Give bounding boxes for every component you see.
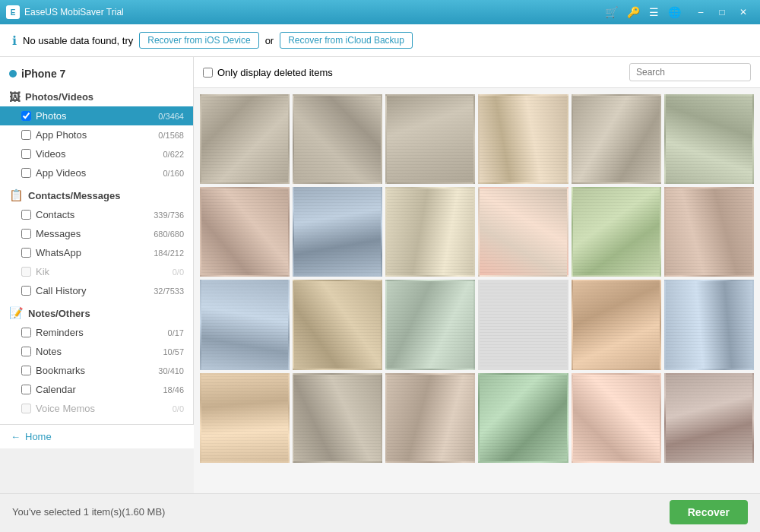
section-contacts-messages: 📋 Contacts/Messages [0, 182, 193, 205]
messages-count: 680/680 [154, 230, 184, 239]
sidebar-item-photos[interactable]: Photos 0/3464 [0, 106, 193, 125]
photo-thumb[interactable] [572, 373, 661, 463]
photo-thumb[interactable] [478, 94, 568, 184]
sidebar-item-whatsapp[interactable]: WhatsApp 184/212 [0, 243, 193, 262]
calendar-checkbox[interactable] [21, 385, 31, 394]
home-link[interactable]: ← Home [0, 424, 194, 448]
photo-thumb[interactable] [293, 94, 382, 184]
notes-label: Notes [36, 346, 158, 357]
bookmarks-label: Bookmarks [36, 365, 154, 376]
app-videos-count: 0/160 [163, 169, 184, 178]
reminders-count: 0/17 [168, 328, 184, 337]
photo-thumb[interactable] [664, 373, 754, 463]
deleted-items-checkbox[interactable] [203, 68, 213, 78]
close-button[interactable]: ✕ [733, 4, 754, 21]
photo-thumb[interactable] [200, 94, 290, 184]
minimize-button[interactable]: – [690, 4, 711, 21]
whatsapp-label: WhatsApp [36, 247, 149, 258]
photo-thumb[interactable] [478, 280, 568, 369]
sidebar-item-app-videos[interactable]: App Videos 0/160 [0, 163, 193, 182]
content-area: Only display deleted items [194, 57, 760, 493]
notes-section-label: Notes/Others [28, 308, 90, 319]
app-photos-checkbox[interactable] [21, 130, 31, 140]
section-notes-others: 📝 Notes/Others [0, 300, 193, 323]
cart-icon[interactable]: 🛒 [605, 6, 618, 18]
sidebar: iPhone 7 🖼 Photos/Videos Photos 0/3464 A… [0, 57, 194, 424]
photo-thumb[interactable] [572, 94, 661, 184]
deleted-items-filter[interactable]: Only display deleted items [203, 67, 333, 78]
sidebar-item-contacts[interactable]: Contacts 339/736 [0, 205, 193, 224]
reminders-label: Reminders [36, 327, 163, 338]
photo-thumb[interactable] [293, 280, 382, 369]
photo-thumb[interactable] [572, 187, 661, 277]
device-header: iPhone 7 [0, 63, 193, 84]
sidebar-item-kik[interactable]: Kik 0/0 [0, 262, 193, 281]
home-label: Home [25, 431, 52, 442]
sidebar-item-calendar[interactable]: Calendar 18/46 [0, 380, 193, 399]
kik-label: Kik [36, 266, 168, 277]
home-arrow: ← [11, 431, 21, 442]
photo-thumb[interactable] [385, 280, 475, 369]
sidebar-item-reminders[interactable]: Reminders 0/17 [0, 323, 193, 342]
sidebar-item-call-history[interactable]: Call History 32/7533 [0, 281, 193, 300]
kik-count: 0/0 [173, 268, 184, 277]
whatsapp-checkbox[interactable] [21, 248, 31, 258]
app-photos-count: 0/1568 [158, 131, 184, 140]
app-icon: E [6, 5, 20, 19]
sidebar-item-videos[interactable]: Videos 0/622 [0, 144, 193, 163]
recover-button[interactable]: Recover [670, 500, 748, 524]
voice-memos-label: Voice Memos [36, 403, 168, 414]
photo-thumb[interactable] [572, 280, 661, 369]
voice-memos-count: 0/0 [173, 404, 184, 413]
search-input[interactable] [629, 63, 751, 81]
recover-icloud-button[interactable]: Recover from iCloud Backup [280, 32, 413, 49]
app-videos-label: App Videos [36, 167, 158, 179]
photo-thumb[interactable] [664, 187, 754, 277]
maximize-button[interactable]: □ [711, 4, 733, 21]
app-title: EaseUS MobiSaver Trial [24, 7, 605, 17]
titlebar-icons: 🛒 🔑 ☰ 🌐 [605, 6, 681, 18]
messages-checkbox[interactable] [21, 229, 31, 239]
photo-thumb[interactable] [664, 280, 754, 369]
photo-thumb[interactable] [385, 94, 475, 184]
photo-thumb[interactable] [664, 94, 754, 184]
device-indicator [9, 70, 17, 78]
app-photos-label: App Photos [36, 129, 154, 141]
main-area: iPhone 7 🖼 Photos/Videos Photos 0/3464 A… [0, 57, 760, 493]
photo-thumb[interactable] [385, 187, 475, 277]
sidebar-item-notes[interactable]: Notes 10/57 [0, 342, 193, 361]
photo-thumb[interactable] [293, 373, 382, 463]
photo-thumb[interactable] [385, 373, 475, 463]
sidebar-container: iPhone 7 🖼 Photos/Videos Photos 0/3464 A… [0, 57, 194, 493]
photo-thumb[interactable] [200, 280, 290, 369]
key-icon[interactable]: 🔑 [627, 6, 640, 18]
photo-thumb[interactable] [293, 187, 382, 277]
photo-thumb[interactable] [200, 373, 290, 463]
photo-thumb[interactable] [478, 373, 568, 463]
photo-thumb[interactable] [478, 187, 568, 277]
bookmarks-checkbox[interactable] [21, 366, 31, 375]
app-videos-checkbox[interactable] [21, 168, 31, 178]
videos-count: 0/622 [163, 150, 184, 159]
section-photos-videos: 🖼 Photos/Videos [0, 84, 193, 106]
calendar-count: 18/46 [163, 385, 184, 394]
contacts-label: Contacts [36, 209, 149, 220]
contacts-section-icon: 📋 [9, 188, 24, 202]
statusbar: You've selected 1 item(s)(1.60 MB) Recov… [0, 493, 760, 530]
sidebar-item-messages[interactable]: Messages 680/680 [0, 224, 193, 243]
sidebar-item-bookmarks[interactable]: Bookmarks 30/410 [0, 361, 193, 380]
recover-ios-button[interactable]: Recover from iOS Device [139, 32, 258, 49]
sidebar-item-voice-memos[interactable]: Voice Memos 0/0 [0, 399, 193, 418]
infobar-or: or [265, 35, 274, 46]
videos-checkbox[interactable] [21, 149, 31, 159]
notes-checkbox[interactable] [21, 347, 31, 356]
photos-checkbox[interactable] [21, 111, 31, 121]
globe-icon[interactable]: 🌐 [668, 6, 681, 18]
photos-label: Photos [36, 110, 154, 122]
contacts-checkbox[interactable] [21, 210, 31, 220]
call-history-checkbox[interactable] [21, 286, 31, 296]
reminders-checkbox[interactable] [21, 328, 31, 337]
list-icon[interactable]: ☰ [649, 6, 659, 18]
sidebar-item-app-photos[interactable]: App Photos 0/1568 [0, 125, 193, 144]
photo-thumb[interactable] [200, 187, 290, 277]
